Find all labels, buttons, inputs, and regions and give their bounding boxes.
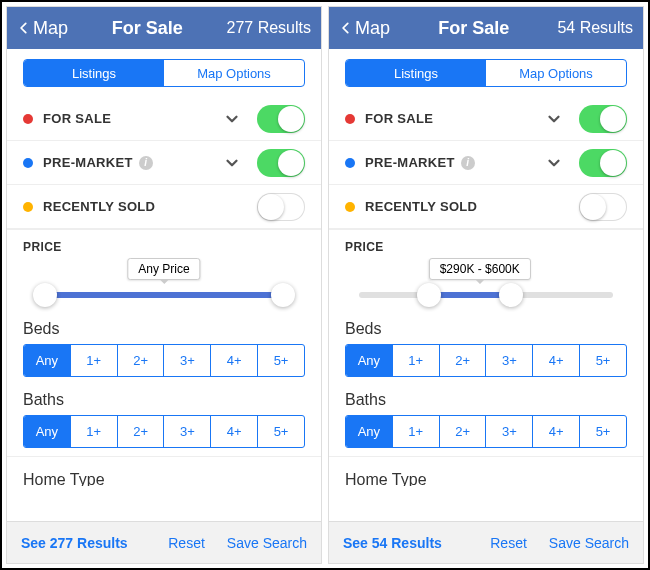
- filter-label: RECENTLY SOLD: [43, 199, 155, 214]
- slider-handle-min[interactable]: [417, 283, 441, 307]
- price-slider[interactable]: Any Price: [7, 258, 321, 314]
- save-search-button[interactable]: Save Search: [549, 535, 629, 551]
- filter-row-recently-sold: RECENTLY SOLD: [329, 185, 643, 229]
- beds-options: Any1+2+3+4+5+: [345, 344, 627, 377]
- status-dot: [23, 202, 33, 212]
- slider-handle-max[interactable]: [271, 283, 295, 307]
- slider-handle-max[interactable]: [499, 283, 523, 307]
- status-dot: [345, 114, 355, 124]
- filter-label: FOR SALE: [365, 111, 433, 126]
- baths-options: Any1+2+3+4+5+: [345, 415, 627, 448]
- beds-option[interactable]: 4+: [211, 345, 258, 376]
- baths-option[interactable]: 4+: [211, 416, 258, 447]
- section-home-type[interactable]: Home Type: [7, 456, 321, 486]
- section-home-type[interactable]: Home Type: [329, 456, 643, 486]
- see-results-button[interactable]: See 54 Results: [343, 535, 442, 551]
- results-count: 54 Results: [557, 19, 633, 37]
- toggle-recently-sold[interactable]: [579, 193, 627, 221]
- section-label-baths: Baths: [7, 385, 321, 415]
- tab-map-options[interactable]: Map Options: [486, 60, 626, 86]
- footer-bar: See 277 ResultsResetSave Search: [7, 521, 321, 563]
- info-icon[interactable]: i: [139, 156, 153, 170]
- baths-option[interactable]: 4+: [533, 416, 580, 447]
- beds-option[interactable]: 2+: [118, 345, 165, 376]
- tab-listings[interactable]: Listings: [24, 60, 164, 86]
- baths-option[interactable]: 3+: [486, 416, 533, 447]
- beds-option[interactable]: 5+: [258, 345, 304, 376]
- back-button[interactable]: Map: [17, 17, 68, 39]
- tab-listings[interactable]: Listings: [346, 60, 486, 86]
- chevron-down-icon[interactable]: [545, 154, 563, 172]
- toggle-pre-market[interactable]: [257, 149, 305, 177]
- baths-option[interactable]: 5+: [580, 416, 626, 447]
- chevron-down-icon[interactable]: [223, 154, 241, 172]
- footer-bar: See 54 ResultsResetSave Search: [329, 521, 643, 563]
- save-search-button[interactable]: Save Search: [227, 535, 307, 551]
- tab-map-options[interactable]: Map Options: [164, 60, 304, 86]
- see-results-button[interactable]: See 277 Results: [21, 535, 128, 551]
- baths-options: Any1+2+3+4+5+: [23, 415, 305, 448]
- reset-button[interactable]: Reset: [490, 535, 527, 551]
- back-button[interactable]: Map: [339, 17, 390, 39]
- section-label-beds: Beds: [329, 314, 643, 344]
- beds-option[interactable]: 3+: [164, 345, 211, 376]
- slider-fill: [45, 292, 284, 298]
- toggle-for-sale[interactable]: [579, 105, 627, 133]
- chevron-down-icon[interactable]: [545, 110, 563, 128]
- beds-option[interactable]: 4+: [533, 345, 580, 376]
- beds-option[interactable]: 1+: [71, 345, 118, 376]
- baths-option[interactable]: 5+: [258, 416, 304, 447]
- beds-option[interactable]: Any: [24, 345, 71, 376]
- baths-option[interactable]: 3+: [164, 416, 211, 447]
- price-tooltip: Any Price: [127, 258, 200, 280]
- reset-button[interactable]: Reset: [168, 535, 205, 551]
- status-dot: [345, 202, 355, 212]
- filter-row-pre-market: PRE-MARKETi: [7, 141, 321, 185]
- beds-option[interactable]: 5+: [580, 345, 626, 376]
- baths-option[interactable]: Any: [346, 416, 393, 447]
- beds-option[interactable]: 2+: [440, 345, 487, 376]
- chevron-down-icon[interactable]: [223, 110, 241, 128]
- beds-option[interactable]: 3+: [486, 345, 533, 376]
- section-label-baths: Baths: [329, 385, 643, 415]
- section-label-beds: Beds: [7, 314, 321, 344]
- beds-option[interactable]: 1+: [393, 345, 440, 376]
- filter-label: FOR SALE: [43, 111, 111, 126]
- price-slider[interactable]: $290K - $600K: [329, 258, 643, 314]
- back-label: Map: [355, 18, 390, 39]
- toggle-recently-sold[interactable]: [257, 193, 305, 221]
- toggle-for-sale[interactable]: [257, 105, 305, 133]
- info-icon[interactable]: i: [461, 156, 475, 170]
- section-label-price: PRICE: [329, 229, 643, 258]
- status-dot: [23, 158, 33, 168]
- status-dot: [345, 158, 355, 168]
- page-title: For Sale: [112, 18, 183, 39]
- baths-option[interactable]: 2+: [118, 416, 165, 447]
- filter-row-pre-market: PRE-MARKETi: [329, 141, 643, 185]
- segmented-control: ListingsMap Options: [345, 59, 627, 87]
- baths-option[interactable]: 1+: [71, 416, 118, 447]
- filter-label: RECENTLY SOLD: [365, 199, 477, 214]
- toggle-pre-market[interactable]: [579, 149, 627, 177]
- results-count: 277 Results: [227, 19, 312, 37]
- baths-option[interactable]: 2+: [440, 416, 487, 447]
- beds-option[interactable]: Any: [346, 345, 393, 376]
- filter-row-for-sale: FOR SALE: [7, 97, 321, 141]
- baths-option[interactable]: 1+: [393, 416, 440, 447]
- segmented-control: ListingsMap Options: [23, 59, 305, 87]
- status-dot: [23, 114, 33, 124]
- slider-handle-min[interactable]: [33, 283, 57, 307]
- beds-options: Any1+2+3+4+5+: [23, 344, 305, 377]
- page-title: For Sale: [438, 18, 509, 39]
- filter-row-recently-sold: RECENTLY SOLD: [7, 185, 321, 229]
- back-label: Map: [33, 18, 68, 39]
- price-tooltip: $290K - $600K: [429, 258, 531, 280]
- filter-label: PRE-MARKET: [43, 155, 133, 170]
- filter-row-for-sale: FOR SALE: [329, 97, 643, 141]
- baths-option[interactable]: Any: [24, 416, 71, 447]
- section-label-price: PRICE: [7, 229, 321, 258]
- filter-label: PRE-MARKET: [365, 155, 455, 170]
